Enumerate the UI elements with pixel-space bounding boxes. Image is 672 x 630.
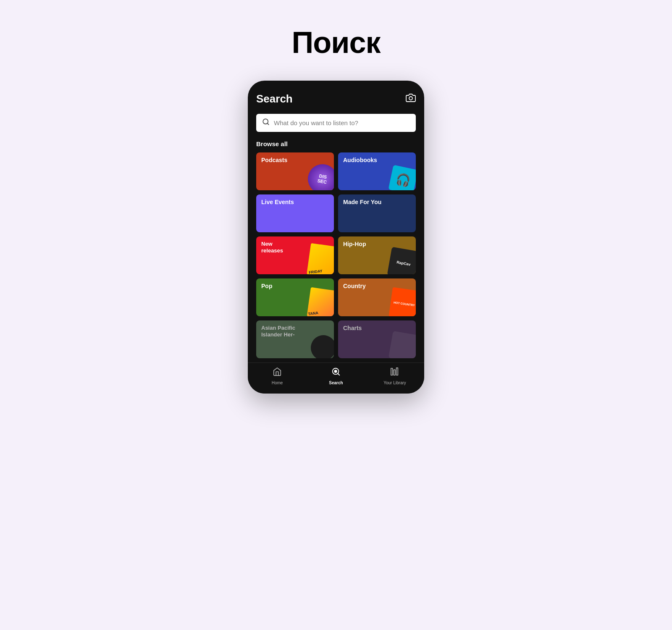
audiobooks-decoration: 🎧 [388,165,416,190]
nav-item-home[interactable]: Home [248,367,307,385]
grid-item-audiobooks[interactable]: Audiobooks 🎧 [338,152,416,190]
search-placeholder: What do you want to listen to? [274,119,358,126]
browse-grid: Podcasts DISSEC Audiobooks 🎧 Live Events… [248,152,424,358]
search-bar-container: What do you want to listen to? [248,110,424,139]
svg-point-4 [334,370,337,373]
charts-decoration [388,331,416,358]
country-decoration: HOT COUNTRY [388,287,416,316]
page-title: Поиск [291,25,380,60]
app-header-title: Search [256,92,293,105]
grid-item-new-releases[interactable]: Newreleases FRIDAY [256,236,334,274]
grid-item-hip-hop-label: Hip-Hop [343,241,366,248]
grid-item-pop[interactable]: Pop TANA [256,278,334,316]
search-nav-icon [331,367,341,379]
grid-item-live-events[interactable]: Live Events [256,194,334,232]
phone-frame: Search What do you want to listen to? [248,81,424,394]
bottom-nav: Home Search Your Library [248,362,424,394]
grid-item-made-for-you-label: Made For You [343,199,381,206]
grid-item-charts-label: Charts [343,325,362,332]
svg-line-5 [338,373,339,375]
phone-content: Search What do you want to listen to? [248,81,424,358]
camera-icon[interactable] [406,93,416,105]
grid-item-country-label: Country [343,283,366,290]
grid-item-pop-label: Pop [261,283,272,290]
svg-point-0 [409,97,412,100]
library-icon [390,367,399,379]
grid-item-made-for-you[interactable]: Made For You [338,194,416,232]
nav-item-search[interactable]: Search [307,367,365,385]
asian-decoration [309,333,334,358]
svg-line-2 [267,123,268,124]
new-releases-decoration: FRIDAY [307,243,334,274]
search-icon [262,118,270,128]
svg-rect-6 [391,368,393,375]
grid-item-podcasts[interactable]: Podcasts DISSEC [256,152,334,190]
home-icon [273,367,282,379]
svg-rect-7 [394,370,395,375]
grid-item-live-events-label: Live Events [261,199,294,206]
pop-decoration: TANA [307,287,334,316]
grid-item-charts[interactable]: Charts [338,320,416,358]
grid-item-asian-pacific-label: Asian PacificIslander Her- [261,325,295,339]
app-header: Search [248,81,424,110]
grid-item-audiobooks-label: Audiobooks [343,157,377,164]
nav-label-home: Home [272,381,283,385]
grid-item-asian-pacific[interactable]: Asian PacificIslander Her- [256,320,334,358]
nav-label-search: Search [329,381,343,385]
grid-item-country[interactable]: Country HOT COUNTRY [338,278,416,316]
hip-hop-decoration: RapCav [387,247,416,274]
nav-label-library: Your Library [383,381,406,385]
podcasts-decoration: DISSEC [305,162,334,190]
svg-rect-8 [396,368,398,375]
nav-item-library[interactable]: Your Library [365,367,424,385]
grid-item-hip-hop[interactable]: Hip-Hop RapCav [338,236,416,274]
grid-item-podcasts-label: Podcasts [261,157,287,164]
search-bar[interactable]: What do you want to listen to? [256,114,416,132]
grid-item-new-releases-label: Newreleases [261,241,283,255]
browse-all-label: Browse all [248,139,424,152]
